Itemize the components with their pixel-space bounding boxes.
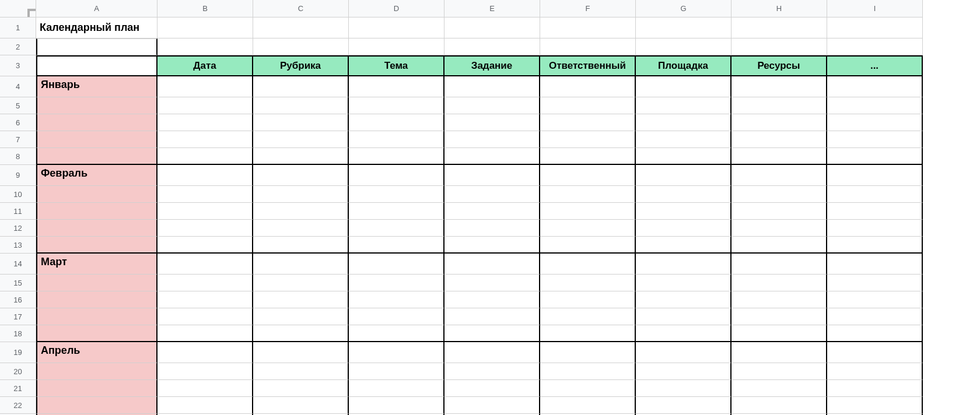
cell-F9[interactable] [540,165,636,186]
cell-A18[interactable] [36,325,158,342]
cell-I15[interactable] [827,275,923,291]
cell-H11[interactable] [732,203,827,220]
header-topic[interactable]: Тема [349,55,444,76]
cell-E5[interactable] [444,97,540,114]
cell-G13[interactable] [636,237,732,254]
cell-D2[interactable] [349,38,444,55]
cell-A17[interactable] [36,308,158,325]
cell-E13[interactable] [444,237,540,254]
col-header-E[interactable]: E [444,0,540,17]
row-header-10[interactable]: 10 [0,186,36,203]
cell-C20[interactable] [253,363,349,380]
cell-H4[interactable] [732,76,827,97]
col-header-A[interactable]: A [36,0,158,17]
cell-I9[interactable] [827,165,923,186]
col-header-F[interactable]: F [540,0,636,17]
cell-H18[interactable] [732,325,827,342]
row-header-7[interactable]: 7 [0,131,36,148]
cell-F22[interactable] [540,397,636,414]
cell-F1[interactable] [540,17,636,38]
cell-F2[interactable] [540,38,636,55]
cell-G15[interactable] [636,275,732,291]
cell-F18[interactable] [540,325,636,342]
cell-B5[interactable] [158,97,253,114]
cell-F4[interactable] [540,76,636,97]
cell-E9[interactable] [444,165,540,186]
cell-H22[interactable] [732,397,827,414]
cell-D16[interactable] [349,291,444,308]
cell-A22[interactable] [36,397,158,414]
header-rubric[interactable]: Рубрика [253,55,349,76]
cell-A21[interactable] [36,380,158,397]
cell-E15[interactable] [444,275,540,291]
cell-B9[interactable] [158,165,253,186]
row-header-14[interactable]: 14 [0,254,36,275]
cell-F19[interactable] [540,342,636,363]
cell-I4[interactable] [827,76,923,97]
cell-D22[interactable] [349,397,444,414]
cell-I22[interactable] [827,397,923,414]
cell-I12[interactable] [827,220,923,237]
row-header-21[interactable]: 21 [0,380,36,397]
col-header-I[interactable]: I [827,0,923,17]
header-date[interactable]: Дата [158,55,253,76]
cell-G10[interactable] [636,186,732,203]
cell-E20[interactable] [444,363,540,380]
cell-B18[interactable] [158,325,253,342]
cell-B2[interactable] [158,38,253,55]
cell-I7[interactable] [827,131,923,148]
cell-E6[interactable] [444,114,540,131]
cell-D11[interactable] [349,203,444,220]
spreadsheet-grid[interactable]: A B C D E F G H I 1 Календарный план 2 3… [0,0,980,415]
cell-F8[interactable] [540,148,636,165]
cell-E11[interactable] [444,203,540,220]
cell-B13[interactable] [158,237,253,254]
cell-A11[interactable] [36,203,158,220]
cell-A10[interactable] [36,186,158,203]
cell-C15[interactable] [253,275,349,291]
cell-H2[interactable] [732,38,827,55]
cell-G16[interactable] [636,291,732,308]
cell-B11[interactable] [158,203,253,220]
cell-E18[interactable] [444,325,540,342]
cell-H9[interactable] [732,165,827,186]
cell-F7[interactable] [540,131,636,148]
cell-E17[interactable] [444,308,540,325]
cell-B4[interactable] [158,76,253,97]
header-task[interactable]: Задание [444,55,540,76]
header-responsible[interactable]: Ответственный [540,55,636,76]
cell-C2[interactable] [253,38,349,55]
row-header-17[interactable]: 17 [0,308,36,325]
col-header-G[interactable]: G [636,0,732,17]
cell-F5[interactable] [540,97,636,114]
cell-G8[interactable] [636,148,732,165]
row-header-8[interactable]: 8 [0,148,36,165]
cell-B8[interactable] [158,148,253,165]
cell-B14[interactable] [158,254,253,275]
row-header-22[interactable]: 22 [0,397,36,414]
cell-G20[interactable] [636,363,732,380]
col-header-H[interactable]: H [732,0,827,17]
month-january[interactable]: Январь [36,76,158,97]
row-header-6[interactable]: 6 [0,114,36,131]
cell-B7[interactable] [158,131,253,148]
col-header-C[interactable]: C [253,0,349,17]
cell-B15[interactable] [158,275,253,291]
cell-I14[interactable] [827,254,923,275]
cell-C12[interactable] [253,220,349,237]
cell-I13[interactable] [827,237,923,254]
cell-E10[interactable] [444,186,540,203]
cell-H14[interactable] [732,254,827,275]
cell-D1[interactable] [349,17,444,38]
cell-G6[interactable] [636,114,732,131]
header-platform[interactable]: Площадка [636,55,732,76]
cell-I11[interactable] [827,203,923,220]
month-march[interactable]: Март [36,254,158,275]
cell-D18[interactable] [349,325,444,342]
cell-H1[interactable] [732,17,827,38]
cell-E4[interactable] [444,76,540,97]
month-april[interactable]: Апрель [36,342,158,363]
row-header-20[interactable]: 20 [0,363,36,380]
cell-F12[interactable] [540,220,636,237]
cell-G5[interactable] [636,97,732,114]
